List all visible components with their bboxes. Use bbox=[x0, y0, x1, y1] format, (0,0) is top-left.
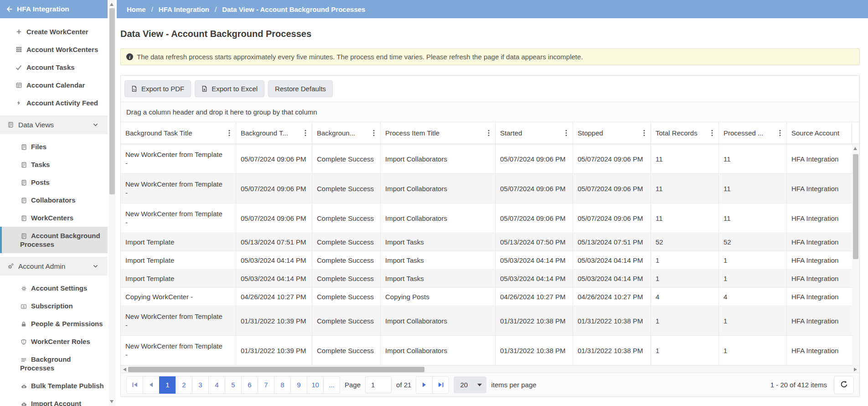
column-header-stopped[interactable]: Stopped bbox=[573, 122, 651, 144]
table-row[interactable]: Copying WorkCenter -04/26/2024 10:27 PMC… bbox=[121, 288, 852, 306]
column-header-processed[interactable]: Processed ... bbox=[719, 122, 787, 144]
scroll-up-arrow-icon[interactable] bbox=[110, 3, 114, 6]
sidebar-item-bulk-template-publish[interactable]: Bulk Template Publish bbox=[0, 377, 108, 395]
page-size-select[interactable]: 20 bbox=[454, 376, 486, 393]
column-menu-icon[interactable] bbox=[641, 129, 647, 137]
scroll-left-arrow-icon[interactable] bbox=[123, 368, 126, 371]
cell-text: 05/07/2024 09:06 PM bbox=[578, 155, 643, 163]
first-page-button[interactable] bbox=[126, 376, 143, 394]
sidebar-section-label: Data Views bbox=[18, 120, 54, 129]
grid-cell: 11 bbox=[719, 203, 787, 233]
breadcrumb-item-home[interactable]: Home bbox=[127, 5, 146, 13]
sidebar-scrollbar[interactable] bbox=[108, 0, 115, 406]
grid-cell: 4 bbox=[651, 288, 719, 306]
restore-defaults-button[interactable]: Restore Defaults bbox=[268, 80, 333, 97]
table-hscroll-thumb[interactable] bbox=[128, 367, 424, 372]
scroll-up-arrow-icon[interactable] bbox=[853, 147, 857, 150]
page-button-4[interactable]: 4 bbox=[208, 376, 225, 394]
table-horizontal-scrollbar[interactable] bbox=[121, 365, 859, 373]
sidebar-item-workcenters[interactable]: WorkCenters bbox=[0, 209, 108, 227]
table-row[interactable]: New WorkCenter from Template -05/07/2024… bbox=[121, 174, 852, 203]
scroll-right-arrow-icon[interactable] bbox=[854, 368, 857, 371]
column-menu-icon[interactable] bbox=[486, 129, 491, 137]
export-excel-button[interactable]: Export to Excel bbox=[195, 80, 264, 97]
table-row[interactable]: Import Template05/13/2024 07:51 PMComple… bbox=[121, 233, 852, 251]
column-menu-icon[interactable] bbox=[777, 129, 783, 137]
sidebar-item-import-account[interactable]: Import Account bbox=[0, 395, 108, 406]
column-menu-icon[interactable] bbox=[303, 129, 308, 137]
page-button-10[interactable]: 10 bbox=[307, 376, 324, 394]
table-row[interactable]: Import Template05/03/2024 04:14 PMComple… bbox=[121, 251, 852, 270]
cell-text: 1 bbox=[656, 274, 659, 283]
sidebar-item-account-background-processes[interactable]: Account Background Processes bbox=[0, 227, 108, 253]
column-menu-icon[interactable] bbox=[709, 129, 715, 137]
last-page-button[interactable] bbox=[432, 376, 449, 394]
sidebar-item-background-processes[interactable]: Background Processes bbox=[0, 350, 108, 377]
caret-last-icon bbox=[438, 381, 444, 389]
page-button-5[interactable]: 5 bbox=[225, 376, 242, 394]
plus-icon bbox=[15, 29, 22, 35]
sidebar-section-account-admin[interactable]: Account Admin bbox=[0, 257, 108, 276]
sidebar-item-account-activity-feed[interactable]: Account Activity Feed bbox=[0, 94, 108, 112]
sidebar-item-create-workcenter[interactable]: Create WorkCenter bbox=[0, 23, 108, 41]
breadcrumb-item-hfa-integration[interactable]: HFA Integration bbox=[159, 5, 209, 13]
cell-text: 11 bbox=[723, 184, 731, 193]
sidebar-item-account-workcenters[interactable]: Account WorkCenters bbox=[0, 41, 108, 58]
export-pdf-button[interactable]: Export to PDF bbox=[124, 80, 191, 97]
table-row[interactable]: New WorkCenter from Template -01/31/2022… bbox=[121, 336, 852, 365]
grid-cell: 05/03/2024 04:14 PM bbox=[236, 270, 312, 287]
sidebar-item-collaborators[interactable]: Collaborators bbox=[0, 191, 108, 209]
group-drop-area[interactable]: Drag a column header and drop it here to… bbox=[121, 102, 859, 122]
sidebar-item-tasks[interactable]: Tasks bbox=[0, 156, 108, 173]
page-button-3[interactable]: 3 bbox=[192, 376, 209, 394]
cell-text: 1 bbox=[723, 317, 727, 325]
column-menu-icon[interactable] bbox=[371, 129, 377, 137]
page-button-8[interactable]: 8 bbox=[274, 376, 291, 394]
table-row[interactable]: New WorkCenter from Template -05/07/2024… bbox=[121, 144, 852, 174]
grid-cell: 01/31/2022 10:39 PM bbox=[236, 336, 312, 365]
sidebar-item-subscription[interactable]: Subscription bbox=[0, 297, 108, 315]
sidebar-item-account-calendar[interactable]: Account Calendar bbox=[0, 76, 108, 94]
next-page-button[interactable] bbox=[416, 376, 433, 394]
sidebar-header[interactable]: HFA Integration bbox=[0, 0, 108, 18]
scroll-down-arrow-icon[interactable] bbox=[110, 400, 114, 403]
cell-text: 05/13/2024 07:51 PM bbox=[578, 238, 643, 246]
grid-cell: 04/26/2024 10:27 PM bbox=[496, 288, 573, 306]
column-header-label: Process Item Title bbox=[385, 129, 439, 137]
table-row[interactable]: New WorkCenter from Template -01/31/2022… bbox=[121, 306, 852, 336]
column-header-source-account[interactable]: Source Account bbox=[787, 122, 852, 144]
caret-next-icon bbox=[422, 381, 426, 389]
column-menu-icon[interactable] bbox=[227, 129, 232, 137]
table-row[interactable]: New WorkCenter from Template -05/07/2024… bbox=[121, 203, 852, 233]
column-header-background-task-title[interactable]: Background Task Title bbox=[121, 122, 236, 144]
page-button-1[interactable]: 1 bbox=[159, 376, 176, 394]
sidebar-section-data-views[interactable]: Data Views bbox=[0, 115, 108, 134]
sidebar-item-account-tasks[interactable]: Account Tasks bbox=[0, 58, 108, 76]
grid-cell: 05/07/2024 09:06 PM bbox=[573, 174, 651, 203]
grid-toolbar: Export to PDF Export to Excel Restore De… bbox=[121, 76, 859, 102]
prev-page-button[interactable] bbox=[143, 376, 160, 394]
column-menu-icon[interactable] bbox=[563, 129, 569, 137]
refresh-button[interactable] bbox=[834, 376, 854, 394]
column-header-total-records[interactable]: Total Records bbox=[651, 122, 719, 144]
column-header-started[interactable]: Started bbox=[496, 122, 573, 144]
column-header-process-item-title[interactable]: Process Item Title bbox=[381, 122, 496, 144]
page-button-2[interactable]: 2 bbox=[176, 376, 192, 394]
page-button-6[interactable]: 6 bbox=[241, 376, 258, 394]
table-vscroll-thumb[interactable] bbox=[853, 154, 858, 259]
column-header-background-t[interactable]: Background T... bbox=[236, 122, 312, 144]
sidebar-item-posts[interactable]: Posts bbox=[0, 173, 108, 191]
sidebar-item-workcenter-roles[interactable]: WorkCenter Roles bbox=[0, 333, 108, 350]
page-number-input[interactable] bbox=[365, 376, 392, 393]
page-button-ellipsis[interactable]: ... bbox=[323, 376, 340, 394]
grid-cell: New WorkCenter from Template - bbox=[121, 144, 236, 173]
sidebar-scrollbar-thumb[interactable] bbox=[109, 8, 115, 194]
page-button-9[interactable]: 9 bbox=[290, 376, 307, 394]
sidebar-item-files[interactable]: Files bbox=[0, 138, 108, 156]
table-vertical-scrollbar[interactable] bbox=[852, 144, 859, 365]
table-row[interactable]: Import Template05/03/2024 04:14 PMComple… bbox=[121, 270, 852, 288]
column-header-backgroun[interactable]: Backgroun... bbox=[312, 122, 381, 144]
page-button-7[interactable]: 7 bbox=[258, 376, 274, 394]
sidebar-item-account-settings[interactable]: Account Settings bbox=[0, 279, 108, 297]
sidebar-item-people-permissions[interactable]: People & Permissions bbox=[0, 315, 108, 333]
